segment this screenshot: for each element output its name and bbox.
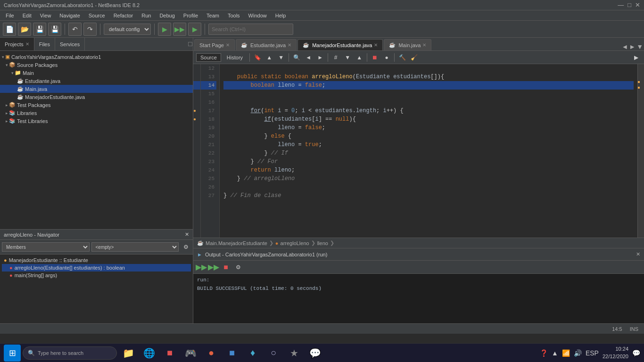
undo-button[interactable]: ↶ — [68, 23, 82, 36]
tree-manejador-java[interactable]: ☕ ManejadorEstudiante.java — [0, 93, 193, 101]
code-fold-2[interactable]: ▲ — [354, 52, 364, 63]
output-settings[interactable]: ⚙ — [233, 262, 243, 272]
tab-projects[interactable]: Projects ✕ — [0, 38, 34, 50]
tab-start-close[interactable]: ✕ — [226, 42, 230, 48]
tree-libraries[interactable]: ▸ 📚 Libraries — [0, 109, 193, 117]
navigator-members-select[interactable]: Members — [2, 242, 90, 252]
save-button[interactable]: 💾 — [33, 23, 46, 36]
redo-button[interactable]: ↷ — [83, 23, 97, 36]
tray-notification[interactable]: 💬 — [632, 349, 640, 357]
taskbar-app-7[interactable]: ♦ — [243, 345, 262, 362]
breadcrumb-var[interactable]: lleno — [317, 240, 328, 246]
nav-item-arreglo[interactable]: ● arregloLleno(Estudiante[] estudiantes)… — [2, 264, 191, 272]
taskbar-app-epic[interactable]: ★ — [285, 345, 304, 362]
taskbar-app-5[interactable]: ● — [202, 345, 221, 362]
tray-volume[interactable]: 🔊 — [574, 349, 582, 357]
tabs-nav-left[interactable]: ◄ — [621, 43, 628, 50]
nav-root[interactable]: ● ManejadorEstudiante :: Estudiante — [2, 256, 191, 264]
tree-source-packages[interactable]: ▾ 📦 Source Packages — [0, 61, 193, 69]
tab-start-page[interactable]: Start Page ✕ — [194, 39, 235, 50]
menu-item-team[interactable]: Team — [203, 12, 223, 19]
save-all-button[interactable]: 💾 — [48, 23, 61, 36]
menu-item-profile[interactable]: Profile — [180, 12, 202, 19]
output-run-again[interactable]: ▶▶ — [196, 262, 206, 272]
menu-item-edit[interactable]: Edit — [19, 12, 35, 19]
taskbar-app-explorer[interactable]: 📁 — [119, 345, 138, 362]
nav-item-main[interactable]: ● main(String[] args) — [2, 272, 191, 279]
menu-item-window[interactable]: Window — [245, 12, 271, 19]
tray-input[interactable]: ESP — [586, 349, 599, 357]
tree-root[interactable]: ▾ ▣ CarlosYahirVargasZamoraLaboratorio1 — [0, 53, 193, 61]
tab-services[interactable]: Services — [55, 38, 85, 50]
menu-item-navigate[interactable]: Navigate — [56, 12, 83, 19]
menu-item-tools[interactable]: Tools — [224, 12, 244, 19]
taskbar-app-steam[interactable]: 🎮 — [181, 345, 200, 362]
tree-main-package[interactable]: ▾ 📁 Main — [0, 69, 193, 77]
code-fold[interactable]: ▼ — [342, 52, 353, 63]
tray-up-arrow[interactable]: ▲ — [552, 349, 558, 357]
output-run[interactable]: ▶▶ — [208, 262, 219, 272]
open-project-button[interactable]: 📂 — [18, 23, 31, 36]
menu-item-source[interactable]: Source — [85, 12, 109, 19]
debug-breakpoint[interactable]: ● — [381, 52, 392, 63]
navigator-filter-select[interactable]: <empty> — [91, 242, 179, 252]
taskbar-app-6[interactable]: ■ — [223, 345, 241, 362]
menu-item-help[interactable]: Help — [272, 12, 290, 19]
debug-button[interactable]: ▶▶ — [173, 23, 186, 36]
prev-bookmark[interactable]: ▲ — [264, 52, 274, 63]
tree-test-packages[interactable]: ▸ 📦 Test Packages — [0, 101, 193, 109]
tree-test-libraries[interactable]: ▸ 📚 Test Libraries — [0, 117, 193, 125]
tabs-nav-down[interactable]: ▼ — [636, 43, 643, 50]
menu-item-file[interactable]: File — [2, 12, 18, 19]
tab-projects-close[interactable]: ✕ — [25, 41, 29, 47]
tab-main[interactable]: ☕ Main.java ✕ — [384, 39, 431, 50]
maximize-button[interactable]: □ — [627, 1, 631, 8]
etb-source-tab[interactable]: Source — [196, 53, 221, 62]
navigator-close[interactable]: ✕ — [185, 231, 189, 238]
breadcrumb-class[interactable]: Main.ManejadorEstudiante — [206, 240, 267, 246]
tab-estudiante-close[interactable]: ✕ — [288, 42, 291, 48]
toggle-bookmark[interactable]: 🔖 — [252, 52, 263, 63]
tab-estudiante[interactable]: ☕ Estudiante.java ✕ — [236, 39, 297, 50]
breadcrumb-method[interactable]: arregloLleno — [281, 240, 309, 246]
etb-history-tab[interactable]: History — [223, 53, 247, 62]
tree-estudiante-java[interactable]: ☕ Estudiante.java — [0, 77, 193, 85]
tree-main-java[interactable]: ☕ Main.java — [0, 85, 193, 93]
run-project-button[interactable]: ▶ — [158, 23, 171, 36]
output-stop[interactable]: ■ — [221, 262, 231, 272]
close-button[interactable]: ✕ — [635, 1, 640, 8]
clean-build[interactable]: 🧹 — [409, 52, 419, 63]
tab-manejador-close[interactable]: ✕ — [374, 42, 378, 48]
minimize-button[interactable]: — — [618, 1, 624, 8]
find-prev[interactable]: ◄ — [303, 52, 314, 63]
expand-editor[interactable]: ▶ — [631, 52, 641, 63]
run-file[interactable]: ⏹ — [370, 52, 380, 63]
profile-button[interactable]: ▶ — [188, 23, 201, 36]
config-select[interactable]: default config — [104, 24, 151, 35]
output-close[interactable]: ✕ — [636, 251, 640, 257]
navigator-settings[interactable]: ⚙ — [181, 242, 191, 252]
taskbar-app-8[interactable]: ○ — [264, 345, 283, 362]
taskbar-app-3[interactable]: ■ — [160, 345, 179, 362]
code-content[interactable]: public static boolean arregloLleno(Estud… — [220, 64, 637, 238]
tray-network[interactable]: 📶 — [562, 349, 570, 357]
left-panel-maximize[interactable]: ☐ — [188, 41, 193, 48]
taskbar-app-browser[interactable]: 🌐 — [140, 345, 158, 362]
taskbar-search[interactable]: 🔍 Type here to search — [23, 346, 117, 360]
editor-scrollbar[interactable] — [637, 64, 644, 238]
new-file-button[interactable]: 📄 — [3, 23, 16, 36]
menu-item-refactor[interactable]: Refactor — [110, 12, 137, 19]
tab-files[interactable]: Files — [34, 38, 55, 50]
build-project[interactable]: 🔨 — [397, 52, 407, 63]
taskbar-app-whatsapp[interactable]: 💬 — [305, 345, 324, 362]
tab-manejador[interactable]: ☕ ManejadorEstudiante.java ✕ — [297, 39, 383, 50]
tray-help[interactable]: ❓ — [540, 349, 548, 357]
next-bookmark[interactable]: ▼ — [276, 52, 286, 63]
menu-item-debug[interactable]: Debug — [156, 12, 178, 19]
menu-item-view[interactable]: View — [36, 12, 55, 19]
tab-main-close[interactable]: ✕ — [422, 42, 426, 48]
find-button[interactable]: 🔍 — [291, 52, 302, 63]
menu-item-run[interactable]: Run — [138, 12, 155, 19]
search-input[interactable] — [208, 24, 293, 35]
find-next[interactable]: ► — [315, 52, 325, 63]
